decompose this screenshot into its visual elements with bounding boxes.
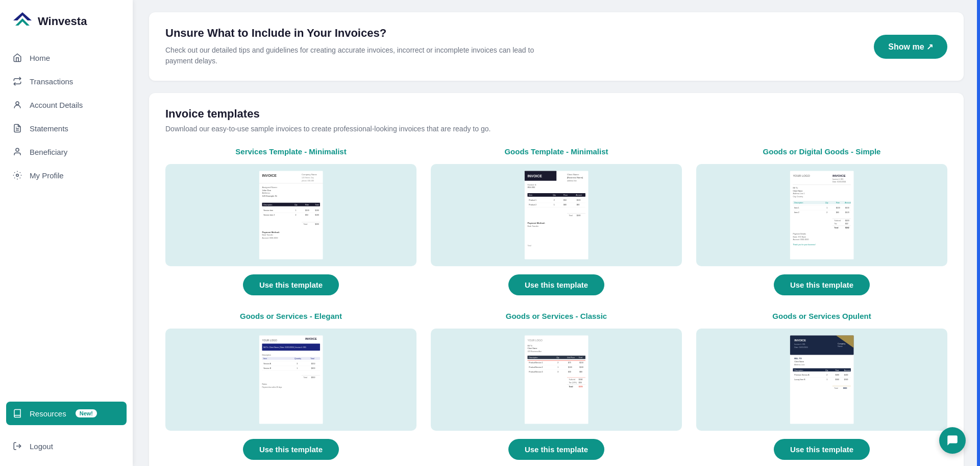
svg-text:Bill To: Client Name | Date: 0: Bill To: Client Name | Date: 01/01/2024 … [263,346,306,348]
banner-description: Check out our detailed tips and guidelin… [165,45,553,66]
use-template-button-services-minimalist[interactable]: Use this template [243,274,339,295]
svg-text:$100: $100 [845,207,849,209]
svg-text:Item 2: Item 2 [794,212,799,214]
banner-text: Unsure What to Include in Your Invoices?… [165,27,553,66]
svg-text:3: 3 [297,363,298,365]
sidebar-item-transactions-label: Transactions [30,77,73,86]
svg-text:Name: Name [838,345,842,347]
svg-text:Total: Total [834,387,838,389]
use-template-button-goods-digital-simple[interactable]: Use this template [774,274,870,295]
svg-text:Premium Service A: Premium Service A [794,374,810,376]
svg-text:Total: Total [303,377,307,379]
sidebar-item-home[interactable]: Home [0,46,133,69]
template-title-services-minimalist: Services Template - Minimalist [235,147,346,156]
svg-text:Client Name: Client Name [793,190,802,192]
beneficiary-icon [12,147,22,157]
svg-text:Amount: Amount [845,202,851,204]
sidebar-bottom: Logout [0,434,133,466]
template-card-goods-services-classic: Goods or Services - Classic YOUR LOGO Bi… [431,312,682,460]
svg-text:Product/Service 3: Product/Service 3 [529,371,543,373]
svg-text:$60: $60 [836,212,839,214]
svg-text:INVOICE: INVOICE [527,174,542,178]
sidebar-item-resources[interactable]: Resources New! [6,402,127,425]
use-template-button-goods-services-classic[interactable]: Use this template [508,439,604,460]
svg-text:Subtotal: Subtotal [834,220,841,222]
svg-text:$242: $242 [845,227,849,229]
svg-text:Qty: Qty [553,194,556,196]
svg-text:John Doe: John Doe [262,189,271,192]
show-me-button[interactable]: Show me ↗ [874,35,947,59]
edge-bar [977,0,980,466]
svg-text:$100: $100 [315,214,319,216]
templates-grid: Services Template - Minimalist INVOICE C… [165,147,947,460]
svg-text:Product 2: Product 2 [529,204,536,206]
use-template-button-goods-minimalist[interactable]: Use this template [508,274,604,295]
use-template-button-goods-services-opulent[interactable]: Use this template [774,439,870,460]
svg-text:$100: $100 [836,207,840,209]
svg-text:Rate: Rate [305,204,309,206]
svg-text:Notes:: Notes: [262,383,267,385]
sidebar-item-statements-label: Statements [30,124,68,133]
sidebar-item-account-details[interactable]: Account Details [0,93,133,116]
svg-text:Invoice #: 001: Invoice #: 001 [832,178,844,180]
templates-description: Download our easy-to-use sample invoices… [165,125,947,133]
new-badge: New! [76,409,97,417]
sidebar-item-account-details-label: Account Details [30,101,83,109]
svg-text:1: 1 [295,209,296,212]
svg-text:$75: $75 [568,362,571,364]
svg-text:1: 1 [826,207,827,209]
svg-text:$374: $374 [579,386,583,388]
banner-title: Unsure What to Include in Your Invoices? [165,27,553,40]
svg-text:Date: 01/01/2024: Date: 01/01/2024 [794,346,808,348]
sidebar-item-my-profile-label: My Profile [30,171,64,180]
svg-text:1: 1 [553,204,554,206]
svg-text:Date: 01/01/2024: Date: 01/01/2024 [832,181,846,183]
svg-text:Bill To:: Bill To: [793,187,798,189]
sidebar-item-statements[interactable]: Statements [0,116,133,140]
template-card-goods-digital-simple: Goods or Digital Goods - Simple YOUR LOG… [696,147,947,295]
svg-text:Product/Service 1: Product/Service 1 [529,362,543,364]
sidebar-item-transactions[interactable]: Transactions [0,69,133,93]
svg-text:$200: $200 [315,223,319,225]
svg-text:Amount: Amount [576,194,582,196]
sidebar-item-home-label: Home [30,54,50,62]
svg-text:2: 2 [553,199,554,201]
template-title-goods-digital-simple: Goods or Digital Goods - Simple [763,147,881,156]
svg-text:Tax: Tax [834,223,837,225]
svg-text:Account: 0000-0000: Account: 0000-0000 [793,239,808,241]
svg-text:Qty: Qty [825,369,828,371]
svg-text:INVOICE: INVOICE [794,339,806,342]
svg-point-5 [16,148,19,151]
info-banner: Unsure What to Include in Your Invoices?… [149,12,964,81]
svg-text:Description: Description [794,369,803,371]
svg-text:Qty: Qty [295,204,298,206]
chat-bubble-button[interactable] [939,427,966,454]
template-svg-goods-digital-simple: YOUR LOGO INVOICE Invoice #: 001 Date: 0… [734,169,910,261]
sidebar-item-logout[interactable]: Logout [0,434,133,458]
sidebar-item-resources-label: Resources [30,409,66,418]
brand-name: Winvesta [38,15,87,28]
svg-text:Invoice #:: Invoice #: [527,183,536,186]
svg-text:Total: Total [579,357,583,359]
svg-text:Item 1: Item 1 [794,207,799,209]
svg-text:Payment Method:: Payment Method: [262,231,280,234]
svg-text:Service B: Service B [263,367,271,369]
sidebar-item-beneficiary[interactable]: Beneficiary [0,140,133,164]
svg-text:$30: $30 [568,371,571,373]
template-card-goods-services-elegant: Goods or Services - Elegant YOUR LOGO IN… [165,312,416,460]
svg-text:Amount: Amount [844,369,850,371]
nav: Home Transactions Account Details Statem… [0,46,133,434]
svg-text:$50: $50 [305,214,308,216]
use-template-button-goods-services-elegant[interactable]: Use this template [243,439,339,460]
template-svg-goods-minimalist: INVOICE Client Name: [Business Name] add… [469,169,644,261]
template-title-goods-services-classic: Goods or Services - Classic [506,312,607,320]
svg-text:INVOICE: INVOICE [305,337,317,340]
resources-icon [12,408,22,418]
svg-text:Service item: Service item [263,209,273,212]
svg-text:Account: 0000-0000: Account: 0000-0000 [262,237,278,239]
svg-text:YOUR LOGO: YOUR LOGO [262,339,277,342]
template-svg-goods-services-classic: YOUR LOGO Bill To: Client Name 123 Busin… [469,334,644,426]
templates-section: Invoice templates Download our easy-to-u… [149,93,964,466]
svg-text:$150: $150 [311,363,315,365]
sidebar-item-my-profile[interactable]: My Profile [0,164,133,187]
